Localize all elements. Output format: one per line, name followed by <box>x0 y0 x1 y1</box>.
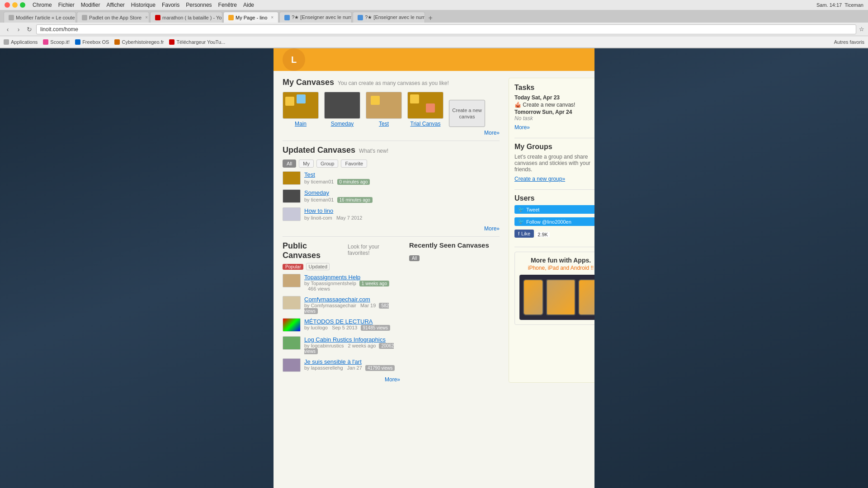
recently-seen-all-filter[interactable]: All <box>409 255 420 261</box>
menu-modifier[interactable]: Modifier <box>81 2 100 8</box>
tasks-tomorrow-date: Tomorrow Sun, Apr 24 <box>514 109 594 115</box>
create-canvas-button[interactable]: Create a new canvas <box>449 100 485 127</box>
bookmark-label-scoop: Scoop.it! <box>50 39 70 45</box>
tab-enseigner1[interactable]: ?★ [Enseigner avec le numéric... × <box>279 12 352 23</box>
follow-button[interactable]: 🐦 Follow @lino2000en <box>514 217 594 226</box>
updated-thumb-test <box>283 171 301 185</box>
canvas-item-trial[interactable]: Trial Canvas <box>407 92 443 127</box>
divider-2 <box>283 236 500 237</box>
public-title-jesuis[interactable]: Je suis sensible à l'art <box>304 358 395 365</box>
menu-favoris[interactable]: Favoris <box>162 2 179 8</box>
filter-tab-all[interactable]: All <box>283 160 296 168</box>
autres-favoris[interactable]: Autres favoris <box>834 39 864 45</box>
canvas-thumb-someday <box>324 92 360 119</box>
like-count: 2.9K <box>536 232 550 237</box>
tablet-screen <box>547 280 575 314</box>
canvas-item-main[interactable]: Main <box>283 92 319 127</box>
apps-panel: More fun with Apps. iPhone, iPad and And… <box>514 252 594 325</box>
menu-fenetre[interactable]: Fenêtre <box>218 2 237 8</box>
follow-label: Follow @lino2000en <box>526 219 571 225</box>
time-badge-topassignments: 1 weeks ago <box>359 281 389 286</box>
popular-badge[interactable]: Popular <box>283 264 303 270</box>
tweet-button[interactable]: 🐦 Tweet <box>514 205 594 214</box>
divider-tasks <box>514 138 594 138</box>
maximize-window-button[interactable] <box>20 2 25 8</box>
canvas-label-test[interactable]: Test <box>379 121 389 127</box>
tasks-more[interactable]: More» <box>514 124 594 131</box>
canvas-label-main[interactable]: Main <box>295 121 307 127</box>
tab-lino[interactable]: My Page - lino × <box>223 12 278 23</box>
tab-enseigner2[interactable]: ?★ [Enseigner avec le numéric... × <box>353 12 425 23</box>
close-window-button[interactable] <box>5 2 10 8</box>
public-title-metodos[interactable]: MÉTODOS DE LECTURA <box>304 318 390 325</box>
bookmark-label-freebox: Freebox OS <box>82 39 109 45</box>
bookmark-cyber[interactable]: Cyberhistoiregeo.fr <box>114 39 164 45</box>
twitter-icon: 🐦 <box>518 206 524 212</box>
menu-historique[interactable]: Historique <box>131 2 156 8</box>
bookmark-icon-applications <box>4 39 9 45</box>
menu-personnes[interactable]: Personnes <box>186 2 212 8</box>
tab-modifier[interactable]: Modifier l'article « Le coute × <box>4 12 76 23</box>
bookmark-freebox[interactable]: Freebox OS <box>75 39 109 45</box>
updated-filter-badge[interactable]: Updated <box>306 263 330 270</box>
create-canvas-item[interactable]: Create a new canvas <box>449 100 485 127</box>
updated-title-someday[interactable]: Someday <box>304 189 500 196</box>
phone-mockup-1 <box>523 279 543 315</box>
time-badge-test: 0 minutes ago <box>337 179 370 185</box>
updated-canvases-header: Updated Canvases What's new! <box>283 145 500 155</box>
minimize-window-button[interactable] <box>12 2 18 8</box>
menu-chrome[interactable]: Chrome <box>33 2 52 8</box>
create-group-link[interactable]: Create a new group» <box>514 176 565 182</box>
bookmark-telecharger[interactable]: Téléchargeur YouTu... <box>169 39 225 45</box>
sticky-1 <box>285 97 294 106</box>
my-canvases-more[interactable]: More» <box>283 130 500 136</box>
url-bar[interactable]: linoit.com/home <box>36 24 856 34</box>
filter-tab-my[interactable]: My <box>299 160 314 168</box>
forward-button[interactable]: › <box>14 25 23 33</box>
username: Ticeman <box>844 2 863 8</box>
bookmark-scoop[interactable]: Scoop.it! <box>43 39 70 45</box>
public-views-topassignments: 466 views <box>304 286 389 291</box>
reload-button[interactable]: ↻ <box>25 25 33 33</box>
divider-users <box>514 247 594 247</box>
filter-tab-favorite[interactable]: Favorite <box>341 160 367 168</box>
like-button[interactable]: f Like <box>514 230 534 238</box>
public-thumb-topassignments <box>283 274 301 287</box>
public-canvases-more[interactable]: More» <box>283 376 400 383</box>
bookmark-applications[interactable]: Applications <box>4 39 38 45</box>
new-tab-button[interactable]: + <box>426 14 435 23</box>
filter-tab-group[interactable]: Group <box>316 160 339 168</box>
public-thumb-logcabin <box>283 336 301 350</box>
datetime: Sam. 14:17 <box>816 2 842 8</box>
canvas-item-test[interactable]: Test <box>366 92 402 127</box>
public-title-topassignments[interactable]: Topassignments Help <box>304 274 389 281</box>
groups-panel: My Groups Let's create a group and share… <box>514 143 594 182</box>
public-title-comfy[interactable]: Comfymassagechair.com <box>304 296 400 303</box>
canvas-item-someday[interactable]: Someday <box>324 92 360 127</box>
public-title-logcabin[interactable]: Log Cabin Rustics Infographics <box>304 336 400 343</box>
tab-close-padlet[interactable]: × <box>145 15 148 20</box>
menu-aide[interactable]: Aide <box>243 2 254 8</box>
phone-screen-2 <box>579 280 594 314</box>
back-button[interactable]: ‹ <box>4 25 12 33</box>
left-column: My Canvases You can create as many canva… <box>283 78 500 383</box>
tab-padlet[interactable]: Padlet on the App Store × <box>77 12 149 23</box>
canvas-label-someday[interactable]: Someday <box>331 121 354 127</box>
sticky-4 <box>410 94 419 103</box>
tab-label-marathon: marathon ( la bataille ) - Yo.. <box>162 15 222 20</box>
canvas-label-trial[interactable]: Trial Canvas <box>410 121 441 127</box>
tab-close-lino[interactable]: × <box>271 15 274 20</box>
updated-canvases-more[interactable]: More» <box>283 225 500 232</box>
menu-afficher[interactable]: Afficher <box>106 2 124 8</box>
users-panel: Users 🐦 Tweet 🐦 Follow @lino2000en <box>514 194 594 239</box>
tab-marathon[interactable]: marathon ( la bataille ) - Yo.. × <box>150 12 222 23</box>
public-item-comfy: Comfymassagechair.com by Comfymassagecha… <box>283 296 400 314</box>
tasks-today-date: Today Sat, Apr 23 <box>514 94 594 101</box>
recently-seen-section: Recently Seen Canvases All <box>409 241 500 383</box>
star-icon[interactable]: ☆ <box>859 26 864 33</box>
updated-title-howtolino[interactable]: How to lino <box>304 207 500 214</box>
public-info-topassignments: Topassignments Help by Topassignmentshel… <box>304 274 389 291</box>
updated-title-test[interactable]: Test <box>304 171 500 178</box>
divider-groups <box>514 189 594 190</box>
menu-fichier[interactable]: Fichier <box>58 2 75 8</box>
